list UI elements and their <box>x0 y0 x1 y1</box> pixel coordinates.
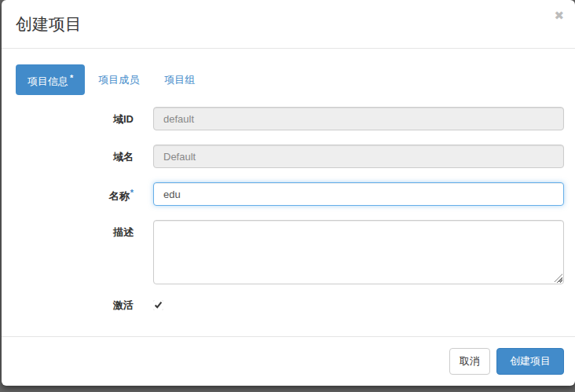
tab-label: 项目信息 <box>27 75 68 87</box>
description-label: 描述 <box>16 220 153 240</box>
name-label: 名称 <box>109 191 130 203</box>
tab-bar: 项目信息* 项目成员 项目组 <box>16 64 564 95</box>
tab-project-groups[interactable]: 项目组 <box>152 67 207 93</box>
tab-label: 项目成员 <box>98 74 139 86</box>
cancel-button[interactable]: 取消 <box>449 348 490 375</box>
description-field[interactable] <box>153 220 564 284</box>
domain-id-label: 域ID <box>16 107 153 126</box>
dialog-footer: 取消 创建项目 <box>2 336 575 386</box>
form-row-domain-name: 域名 <box>16 145 564 168</box>
enabled-checkbox[interactable] <box>153 300 163 310</box>
close-icon[interactable]: ✖ <box>552 6 566 25</box>
create-project-dialog: 创建项目 ✖ 项目信息* 项目成员 项目组 域ID 域名 <box>2 0 575 386</box>
form-row-domain-id: 域ID <box>16 107 564 130</box>
required-marker: * <box>130 188 134 197</box>
domain-id-field <box>153 107 564 130</box>
tab-project-members[interactable]: 项目成员 <box>86 67 151 93</box>
form-row-enabled: 激活 <box>16 299 564 313</box>
dialog-title: 创建项目 <box>16 13 559 35</box>
tab-project-information[interactable]: 项目信息* <box>16 64 85 95</box>
form-row-name: 名称* <box>16 182 564 206</box>
domain-name-label: 域名 <box>16 145 153 164</box>
enabled-label: 激活 <box>16 299 153 313</box>
submit-create-project-button[interactable]: 创建项目 <box>496 348 564 375</box>
tab-label: 项目组 <box>164 74 195 86</box>
name-field[interactable] <box>153 182 564 206</box>
form-row-description: 描述 <box>16 220 564 284</box>
domain-name-field <box>153 145 564 168</box>
dialog-body: 项目信息* 项目成员 项目组 域ID 域名 名称* <box>2 49 575 336</box>
dialog-header: 创建项目 ✖ <box>2 0 575 49</box>
required-marker: * <box>70 73 73 82</box>
